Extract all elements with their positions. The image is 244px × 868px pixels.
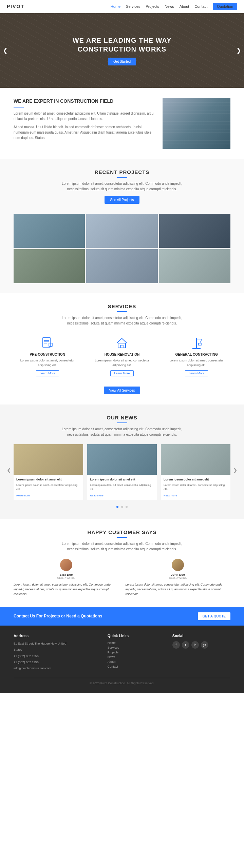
footer-copyright: © 2023 Pivot Construction. All Rights Re…	[14, 678, 230, 685]
service-card-1: PRE-CONSTRUCTION Lorem ipsum dolor sit a…	[14, 333, 81, 380]
testimonial-1-role: CEO, XYZ Inc.	[14, 576, 119, 579]
project-img-4	[14, 249, 85, 283]
hero-section: ❮ WE ARE LEADING THE WAY CONSTRUCTION WO…	[0, 13, 244, 88]
testimonials-underline	[117, 537, 127, 538]
svg-rect-6	[120, 345, 123, 348]
twitter-icon[interactable]: t	[182, 641, 189, 649]
hero-next-arrow[interactable]: ❯	[236, 47, 241, 54]
footer-addr-1: 51 East Street, The Hague New United	[14, 641, 101, 646]
service-2-learn-btn[interactable]: Learn More	[110, 370, 133, 376]
news-3-desc: Lorem ipsum dolor sit amet, consectetur …	[164, 483, 228, 491]
footer-link-contact[interactable]: Contact	[108, 665, 166, 668]
nav-contact[interactable]: Contact	[194, 4, 207, 8]
dot-1[interactable]	[116, 506, 118, 508]
view-all-services-button[interactable]: View All Services	[104, 387, 140, 394]
news-2-read-more[interactable]: Read more	[90, 494, 104, 497]
project-item[interactable]	[86, 249, 157, 283]
projects-title: RECENT PROJECTS	[14, 169, 230, 175]
crane-icon	[190, 336, 203, 350]
service-2-title: HOUSE RENOVATION	[92, 353, 153, 356]
testimonials-grid: Sara Doe CEO, XYZ Inc. Lorem ipsum dolor…	[14, 559, 230, 597]
footer-addr-4: +1 (362) 052 1256	[14, 660, 101, 665]
service-2-desc: Lorem ipsum dolor sit amet, consectetur …	[92, 358, 153, 368]
navbar: PIVOT Home Services Projects News About …	[0, 0, 244, 13]
testimonials-title: HAPPY CUSTOMER SAYS	[14, 529, 230, 535]
service-1-learn-btn[interactable]: Learn More	[36, 370, 59, 376]
svg-line-10	[200, 339, 202, 343]
project-grid	[0, 211, 244, 293]
nav-projects[interactable]: Projects	[146, 4, 159, 8]
footer-address-col: Address 51 East Street, The Hague New Un…	[14, 634, 101, 672]
expert-text: WE ARE EXPERT IN CONSTRUCTION FIELD Lore…	[14, 98, 156, 143]
linkedin-icon[interactable]: in	[191, 641, 199, 649]
nav-about[interactable]: About	[180, 4, 189, 8]
expert-image	[163, 98, 230, 149]
dot-2[interactable]	[121, 506, 123, 508]
footer-address-title: Address	[14, 634, 101, 638]
news-1-title: Lorem ipsum dolor sit amet elit	[16, 477, 80, 482]
project-item[interactable]	[14, 214, 85, 248]
expert-title: WE ARE EXPERT IN CONSTRUCTION FIELD	[14, 98, 156, 105]
services-underline	[117, 311, 127, 312]
project-item[interactable]	[86, 214, 157, 248]
avatar-2	[172, 559, 184, 571]
expert-para2: At sed massa. Ut ut libido blandit. In s…	[14, 124, 156, 141]
nav-links: Home Services Projects News About Contac…	[111, 3, 237, 10]
project-item[interactable]	[159, 249, 230, 283]
nav-home[interactable]: Home	[111, 4, 120, 8]
expert-img-placeholder	[163, 98, 230, 149]
hero-cta-button[interactable]: Get Started	[108, 58, 136, 65]
testimonial-1-name: Sara Doe	[14, 573, 119, 576]
expert-para1: Lorem ipsum dolor sit amet, consectetur …	[14, 111, 156, 122]
service-1-title: PRE-CONSTRUCTION	[17, 353, 78, 356]
footer-links-title: Quick Links	[108, 634, 166, 638]
expert-section: WE ARE EXPERT IN CONSTRUCTION FIELD Lore…	[0, 88, 244, 159]
hero-prev-arrow[interactable]: ❮	[3, 47, 8, 54]
view-all-projects-button[interactable]: See All Projects	[105, 196, 139, 204]
news-grid: Lorem ipsum dolor sit amet elit Lorem ip…	[14, 444, 230, 500]
footer-link-news[interactable]: News	[108, 655, 166, 659]
cta-banner-text: Contact Us For Projects or Need a Quotat…	[14, 614, 102, 618]
social-icons: f t in g+	[172, 641, 230, 649]
service-3-learn-btn[interactable]: Learn More	[185, 370, 208, 376]
news-3-title: Lorem ipsum dolor sit amet elit	[164, 477, 228, 482]
testimonials-section: HAPPY CUSTOMER SAYS Lorem ipsum dolor si…	[0, 519, 244, 607]
news-img-1	[14, 444, 83, 475]
cta-banner-button[interactable]: GET A QUOTE	[198, 612, 230, 620]
news-section: OUR NEWS Lorem ipsum dolor sit amet, con…	[0, 405, 244, 519]
footer-link-home[interactable]: Home	[108, 641, 166, 645]
footer-link-projects[interactable]: Projects	[108, 651, 166, 654]
service-3-desc: Lorem ipsum dolor sit amet, consectetur …	[166, 358, 227, 368]
footer-link-about[interactable]: About	[108, 660, 166, 664]
project-img-6	[159, 249, 230, 283]
services-section: SERVICES Lorem ipsum dolor sit amet, con…	[0, 293, 244, 405]
googleplus-icon[interactable]: g+	[201, 641, 208, 649]
footer-links-col: Quick Links Home Services Projects News …	[108, 634, 166, 672]
news-1-read-more[interactable]: Read more	[16, 494, 30, 497]
news-3-read-more[interactable]: Read more	[164, 494, 177, 497]
testimonial-1: Sara Doe CEO, XYZ Inc. Lorem ipsum dolor…	[14, 559, 119, 597]
news-2-title: Lorem ipsum dolor sit amet elit	[90, 477, 154, 482]
footer-link-services[interactable]: Services	[108, 646, 166, 649]
facebook-icon[interactable]: f	[172, 641, 180, 649]
footer-addr-5: info@pivotconstruction.com	[14, 666, 101, 671]
nav-services[interactable]: Services	[126, 4, 140, 8]
services-desc: Lorem ipsum dolor sit amet, consectetur …	[54, 315, 190, 326]
hero-headline: WE ARE LEADING THE WAY CONSTRUCTION WORK…	[73, 36, 172, 54]
nav-cta[interactable]: Quotation	[213, 3, 237, 10]
dot-3[interactable]	[126, 506, 128, 508]
footer-addr-2: States	[14, 647, 101, 652]
news-next-arrow[interactable]: ❯	[233, 467, 237, 473]
testimonials-desc: Lorem ipsum dolor sit amet, consectetur …	[54, 541, 190, 552]
nav-news[interactable]: News	[165, 4, 174, 8]
blueprint-icon	[41, 336, 54, 350]
svg-rect-5	[118, 343, 126, 348]
news-prev-arrow[interactable]: ❮	[7, 467, 11, 473]
news-card-3: Lorem ipsum dolor sit amet elit Lorem ip…	[161, 444, 230, 500]
project-item[interactable]	[14, 249, 85, 283]
news-card-1: Lorem ipsum dolor sit amet elit Lorem ip…	[14, 444, 83, 500]
project-item[interactable]	[159, 214, 230, 248]
carousel-dots	[14, 504, 230, 509]
news-1-desc: Lorem ipsum dolor sit amet, consectetur …	[16, 483, 80, 491]
news-header: OUR NEWS Lorem ipsum dolor sit amet, con…	[14, 415, 230, 437]
